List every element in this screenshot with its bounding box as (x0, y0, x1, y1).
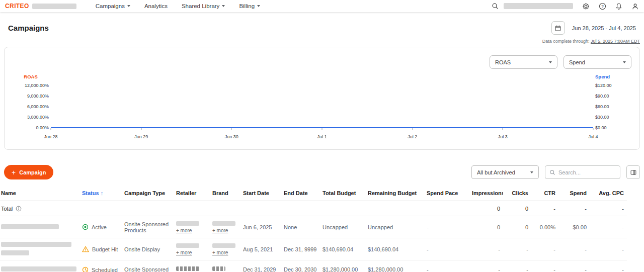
column-settings-button[interactable] (626, 165, 640, 179)
search-icon (549, 169, 555, 175)
campaign-name-redacted[interactable] (1, 224, 59, 229)
status-label: Scheduled (92, 267, 118, 272)
x-tickmark (231, 128, 232, 130)
x-tickmark (593, 128, 594, 130)
col-label: Status (82, 190, 99, 196)
data-complete-link[interactable]: Jul 5, 2025 7:00AM EDT (591, 39, 640, 44)
nav-item-billing[interactable]: Billing (239, 3, 260, 9)
brand-redacted (212, 221, 235, 226)
nav-item-campaigns[interactable]: Campaigns (96, 3, 130, 9)
total-row: Total 0 0 - - - (0, 201, 627, 216)
chevron-down-icon (222, 5, 225, 7)
col-header-campaign-type[interactable]: Campaign Type (124, 186, 176, 201)
date-range-picker[interactable]: Jun 28, 2025 - Jul 4, 2025 (551, 21, 636, 35)
col-header-impressions[interactable]: Impressions (472, 186, 503, 201)
col-header-avg-cpc[interactable]: Avg. CPC (590, 186, 627, 201)
retailer-more-link[interactable]: + more (176, 228, 192, 233)
col-label: Avg. CPC (599, 190, 624, 196)
col-header-spend-pace[interactable]: Spend Pace (427, 186, 472, 201)
end-date-cell: None (284, 216, 323, 238)
new-campaign-label: Campaign (19, 169, 46, 175)
col-label: Impressions (472, 190, 503, 196)
spend-cell: - (558, 238, 590, 260)
end-date-cell: Dec 30, 2030 (284, 260, 323, 272)
x-axis-label: Jul 4 (588, 134, 598, 139)
campaign-name-redacted[interactable] (1, 250, 29, 255)
campaign-name-redacted[interactable] (1, 266, 76, 271)
ctr-cell: 0.00% (531, 216, 558, 238)
axis-tick: $0.00 (595, 125, 631, 130)
bell-icon[interactable] (615, 3, 622, 10)
nav-item-label: Shared Library (182, 3, 219, 9)
col-header-name[interactable]: Name (0, 186, 82, 201)
axis-tick: $120.00 (595, 83, 631, 88)
col-label: Retailer (176, 190, 196, 196)
left-axis-title: ROAS (13, 74, 49, 83)
avg-cpc-cell: - (590, 216, 627, 238)
avg-cpc-cell: - (590, 238, 627, 260)
chevron-down-icon (127, 5, 130, 7)
col-header-clicks[interactable]: Clicks (503, 186, 531, 201)
col-label: Spend (570, 190, 587, 196)
col-header-start-date[interactable]: Start Date (243, 186, 284, 201)
chevron-down-icon (530, 171, 533, 173)
retailer-more-link[interactable]: + more (176, 250, 192, 255)
data-complete-label: Data complete through: (542, 39, 590, 44)
col-header-brand[interactable]: Brand (212, 186, 243, 201)
nav-item-label: Billing (239, 3, 255, 9)
table-row: Budget Hit Onsite Display + more + more … (0, 238, 627, 260)
axis-tick: 12,000.00% (13, 83, 49, 88)
col-header-ctr[interactable]: CTR (531, 186, 558, 201)
right-axis-ticks: $120.00 $90.00 $60.00 $30.00 $0.00 (595, 83, 631, 130)
nav-item-shared-library[interactable]: Shared Library (182, 3, 225, 9)
global-search-redacted[interactable] (504, 3, 573, 9)
plot-spacer (51, 74, 593, 83)
spend-cell: $0.00 (558, 216, 590, 238)
help-icon[interactable]: ? (599, 3, 606, 10)
brand-more-link[interactable]: + more (212, 250, 228, 255)
spend-pace-cell: - (427, 216, 472, 238)
calendar-icon[interactable] (551, 21, 565, 35)
col-header-spend[interactable]: Spend (558, 186, 590, 201)
axis-tick: 0.00% (13, 125, 49, 130)
x-tickmark (141, 128, 141, 130)
nav-item-label: Campaigns (96, 3, 125, 9)
gear-icon[interactable] (582, 3, 590, 10)
col-header-remaining-budget[interactable]: Remaining Budget (368, 186, 427, 201)
retailer-redacted (176, 221, 199, 226)
new-campaign-button[interactable]: + Campaign (4, 165, 53, 179)
col-label: CTR (544, 190, 555, 196)
top-navbar: CRITEO Campaigns Analytics Shared Librar… (0, 0, 644, 12)
col-label: Total Budget (323, 190, 356, 196)
table-row: Scheduled Onsite Sponsored Products Dec … (0, 260, 627, 272)
search-icon[interactable] (492, 3, 499, 10)
col-header-end-date[interactable]: End Date (284, 186, 323, 201)
account-icon[interactable] (631, 3, 639, 10)
search-input[interactable] (558, 169, 616, 175)
info-icon[interactable] (16, 206, 22, 212)
col-header-retailer[interactable]: Retailer (176, 186, 212, 201)
status-filter-select[interactable]: All but Archived (471, 165, 539, 179)
clicks-cell: 0 (503, 216, 531, 238)
campaign-name-redacted[interactable] (1, 242, 71, 247)
col-header-total-budget[interactable]: Total Budget (323, 186, 368, 201)
account-name-redacted (32, 4, 76, 9)
scheduled-status-icon (82, 266, 89, 272)
total-ctr: - (531, 201, 558, 216)
x-tickmark (51, 128, 51, 130)
x-axis-label: Jul 1 (317, 134, 327, 139)
left-metric-select[interactable]: ROAS (490, 55, 557, 69)
nav-item-analytics[interactable]: Analytics (144, 3, 168, 9)
nav-item-label: Analytics (144, 3, 168, 9)
right-metric-select[interactable]: Spend (564, 55, 631, 69)
total-clicks: 0 (503, 201, 531, 216)
sort-ascending-icon: ↑ (101, 190, 104, 196)
x-axis-label: Jul 2 (408, 134, 417, 139)
performance-chart: ROAS 12,000.00% 9,000.00% 6,000.00% 3,00… (13, 74, 631, 143)
x-tickmark (322, 128, 323, 130)
brand-more-link[interactable]: + more (212, 228, 228, 233)
table-search[interactable] (545, 165, 620, 179)
col-header-status[interactable]: Status↑ (82, 186, 124, 201)
criteo-logo: CRITEO (5, 3, 29, 10)
warning-status-icon (82, 246, 89, 252)
